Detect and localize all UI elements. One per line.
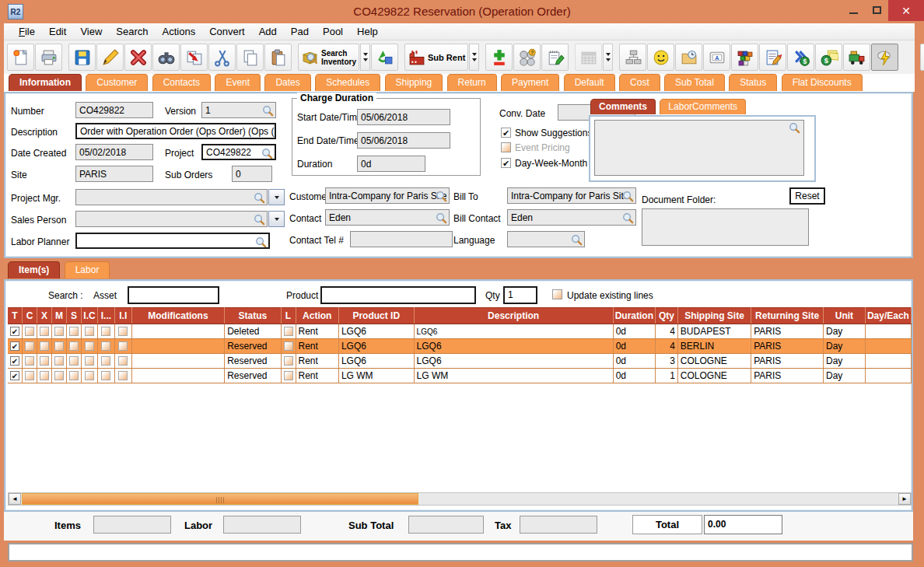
- document-folder-box[interactable]: [642, 208, 809, 246]
- history-folder-button[interactable]: [675, 44, 702, 71]
- col-x[interactable]: X: [37, 308, 52, 324]
- col-action[interactable]: Action: [296, 308, 338, 324]
- sub-orders-field[interactable]: 0: [232, 166, 272, 182]
- menu-add[interactable]: Add: [252, 24, 284, 39]
- qty-input[interactable]: 1: [503, 286, 537, 304]
- row-checkbox[interactable]: [284, 371, 293, 380]
- row-checkbox[interactable]: [85, 327, 94, 336]
- new-order-button[interactable]: [7, 44, 34, 71]
- row-checkbox[interactable]: [85, 371, 94, 380]
- row-checkbox[interactable]: [10, 341, 19, 351]
- row-checkbox[interactable]: [54, 371, 64, 380]
- col-shipping-site[interactable]: Shipping Site: [677, 308, 751, 324]
- search-icon[interactable]: [622, 191, 634, 202]
- crew-notes-button[interactable]: [541, 44, 569, 71]
- tab-schedules[interactable]: Schedules: [315, 74, 380, 91]
- search-icon[interactable]: [436, 191, 447, 202]
- tab-information[interactable]: Information: [9, 74, 82, 91]
- product-input[interactable]: [320, 286, 476, 304]
- calendar-button[interactable]: [575, 44, 602, 71]
- row-checkbox[interactable]: [101, 327, 110, 336]
- tab-payment[interactable]: Payment: [501, 74, 559, 91]
- bill-to-field[interactable]: Intra-Company for Paris Site: [507, 187, 636, 204]
- delete-button[interactable]: [124, 44, 152, 71]
- row-checkbox[interactable]: [284, 327, 293, 336]
- tab-labor-comments[interactable]: LaborComments: [660, 99, 746, 114]
- row-checkbox[interactable]: [85, 356, 94, 366]
- row-checkbox[interactable]: [284, 356, 293, 366]
- tab-return[interactable]: Return: [447, 74, 497, 91]
- row-checkbox[interactable]: [85, 341, 94, 351]
- menu-convert[interactable]: Convert: [202, 24, 252, 39]
- col-day-each[interactable]: Day/Each: [865, 308, 911, 324]
- availability-button[interactable]: ?: [513, 44, 541, 71]
- col-ii[interactable]: I.I: [114, 308, 131, 324]
- close-button[interactable]: ✕: [888, 0, 924, 21]
- contact-field[interactable]: Eden: [325, 209, 450, 226]
- quick-actions-button[interactable]: [871, 44, 898, 71]
- date-created-field[interactable]: 05/02/2018: [75, 144, 153, 160]
- duration-field[interactable]: 0d: [357, 156, 425, 172]
- description-field[interactable]: Order with Operation Order (Ops Order) (…: [75, 123, 276, 139]
- sub-rent-dropdown[interactable]: [469, 44, 479, 71]
- row-checkbox[interactable]: [54, 356, 64, 366]
- menu-edit[interactable]: Edit: [42, 24, 73, 39]
- menu-view[interactable]: View: [73, 24, 109, 39]
- col-ic[interactable]: I.C: [82, 308, 98, 324]
- row-checkbox[interactable]: [54, 327, 64, 336]
- bill-contact-field[interactable]: Eden: [507, 209, 636, 226]
- col-product-id[interactable]: Product ID: [338, 308, 414, 324]
- menu-search[interactable]: Search: [109, 24, 155, 39]
- row-checkbox[interactable]: [101, 341, 110, 351]
- tab-sub-total[interactable]: Sub Total: [664, 74, 725, 91]
- col-m[interactable]: M: [52, 308, 67, 324]
- tab-event[interactable]: Event: [215, 74, 261, 91]
- sales-person-dropdown[interactable]: [268, 211, 285, 227]
- keyboard-button[interactable]: A: [703, 44, 730, 71]
- site-field[interactable]: PARIS: [75, 166, 153, 182]
- horizontal-scrollbar[interactable]: ◄ ►: [8, 492, 912, 506]
- row-checkbox[interactable]: [54, 341, 64, 351]
- tab-dates[interactable]: Dates: [264, 74, 310, 91]
- row-checkbox[interactable]: [25, 371, 34, 380]
- tab-customer[interactable]: Customer: [86, 74, 148, 91]
- sub-rent-button[interactable]: Sub Rent: [404, 44, 468, 71]
- dollar-notes-button[interactable]: $: [815, 44, 842, 71]
- project-mgr-field[interactable]: [75, 189, 268, 205]
- search-icon[interactable]: [254, 214, 265, 226]
- customer-field[interactable]: Intra-Company for Paris Site: [325, 187, 450, 204]
- number-field[interactable]: CO429822: [75, 102, 153, 118]
- row-checkbox[interactable]: [118, 327, 128, 336]
- tab-flat-discounts[interactable]: Flat Discounts: [782, 74, 863, 91]
- row-checkbox[interactable]: [40, 371, 49, 380]
- col-c[interactable]: C: [23, 308, 37, 324]
- menu-actions[interactable]: Actions: [156, 24, 203, 39]
- table-row[interactable]: Reserved Rent LG WM LG WM 0d 1 COLOGNE P…: [8, 369, 912, 383]
- row-checkbox[interactable]: [10, 356, 19, 366]
- scroll-left-button[interactable]: ◄: [9, 493, 21, 505]
- save-button[interactable]: [68, 44, 96, 71]
- row-checkbox[interactable]: [118, 371, 128, 380]
- search-icon[interactable]: [436, 212, 447, 224]
- show-suggestions-checkbox[interactable]: [501, 128, 511, 138]
- maximize-button[interactable]: [865, 0, 888, 20]
- col-modifications[interactable]: Modifications: [131, 308, 224, 324]
- search-inventory-button[interactable]: SearchInventory: [298, 44, 359, 71]
- exit-button[interactable]: EXIT: [920, 44, 924, 71]
- row-checkbox[interactable]: [101, 371, 110, 380]
- search-icon[interactable]: [254, 192, 265, 204]
- minimize-button[interactable]: [842, 0, 865, 20]
- reset-button[interactable]: Reset: [789, 187, 825, 205]
- sales-person-field[interactable]: [75, 211, 268, 227]
- asset-input[interactable]: [128, 286, 219, 304]
- col-description[interactable]: Description: [414, 308, 613, 324]
- row-checkbox[interactable]: [118, 341, 128, 351]
- row-checkbox[interactable]: [10, 327, 19, 336]
- day-week-month-checkbox[interactable]: [501, 158, 511, 168]
- edit-button[interactable]: [96, 44, 124, 71]
- rate-transfer-button[interactable]: $: [787, 44, 814, 71]
- calendar-dropdown[interactable]: [603, 44, 613, 71]
- col-i[interactable]: I...: [97, 308, 114, 324]
- project-mgr-dropdown[interactable]: [268, 189, 285, 205]
- print-button[interactable]: [35, 44, 62, 71]
